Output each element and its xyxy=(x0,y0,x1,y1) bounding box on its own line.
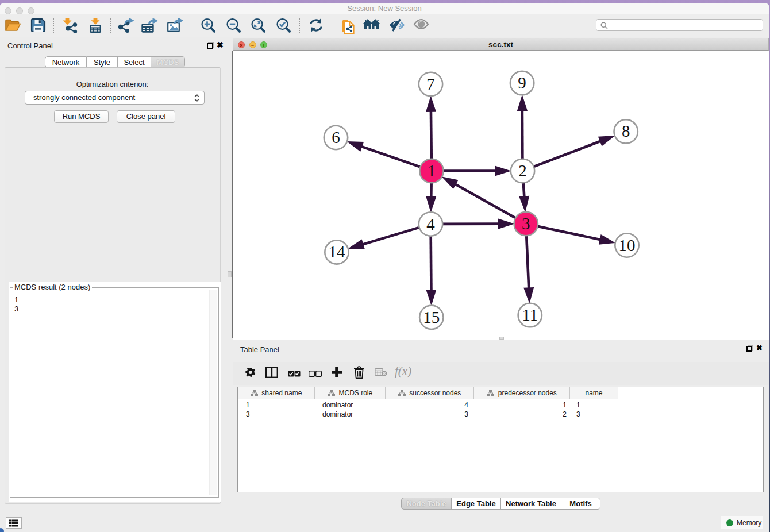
svg-text:11: 11 xyxy=(522,306,538,324)
svg-text:3: 3 xyxy=(522,214,530,233)
svg-text:10: 10 xyxy=(619,236,636,255)
svg-text:8: 8 xyxy=(622,122,630,140)
svg-text:14: 14 xyxy=(329,242,346,261)
svg-text:6: 6 xyxy=(332,128,340,147)
svg-text:2: 2 xyxy=(518,161,527,180)
svg-text:9: 9 xyxy=(518,74,526,92)
svg-text:1: 1 xyxy=(428,161,436,180)
svg-text:7: 7 xyxy=(426,75,435,93)
svg-text:4: 4 xyxy=(426,215,435,233)
svg-text:15: 15 xyxy=(423,308,440,326)
